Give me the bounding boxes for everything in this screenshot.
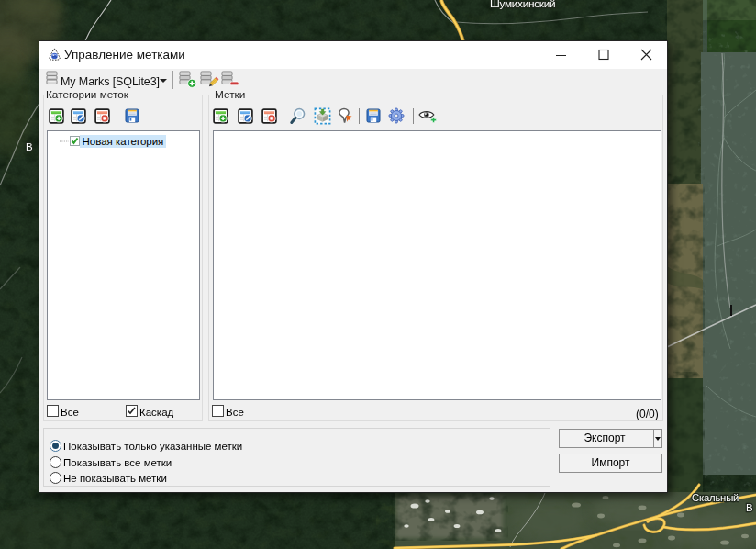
svg-text:Шумихинский: Шумихинский	[490, 0, 555, 10]
svg-text:Скальный: Скальный	[692, 492, 739, 503]
svg-text:В: В	[26, 141, 33, 152]
svg-text:В: В	[746, 502, 753, 513]
